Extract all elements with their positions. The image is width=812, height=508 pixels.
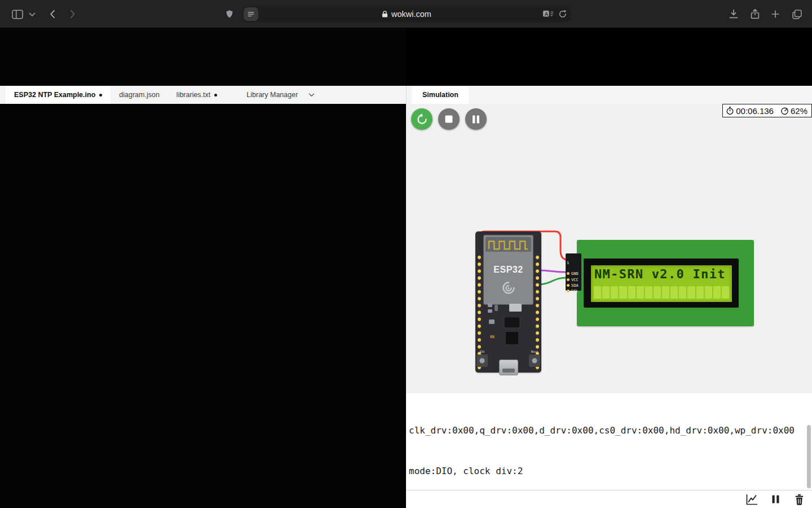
tab-simulation[interactable]: Simulation xyxy=(412,86,469,104)
sda-pin-label: SDA xyxy=(571,284,579,288)
tabs-icon xyxy=(791,8,803,20)
resistor-component xyxy=(490,335,495,338)
lcd-cell xyxy=(602,286,610,299)
scl-pin[interactable] xyxy=(567,290,570,292)
esp32-label: ESP32 xyxy=(484,265,533,275)
i2c-backpack: 1 GND VCC SDA SCL xyxy=(566,253,581,291)
lcd-cell xyxy=(628,286,636,299)
tab-label: Library Manager xyxy=(246,91,298,99)
gnd-pin-label: GND xyxy=(571,272,579,276)
wire-purple[interactable] xyxy=(538,270,567,272)
serial-line: clk_drv:0x00,q_drv:0x00,d_drv:0x00,cs0_d… xyxy=(409,424,812,437)
lcd1602-display[interactable]: 1 GND VCC SDA SCL NM-SRN v2.0 Init xyxy=(566,240,754,326)
reader-button[interactable] xyxy=(244,7,258,21)
tab-esp32-ntp-example-ino[interactable]: ESP32 NTP Example.ino xyxy=(6,86,111,104)
lcd-cell xyxy=(645,286,652,299)
stop-button[interactable] xyxy=(438,108,460,130)
browser-toolbar: wokwi.com A xyxy=(0,0,812,28)
lcd-cell xyxy=(679,286,686,299)
lcd-cell xyxy=(654,286,661,299)
serial-line: mode:DIO, clock div:2 xyxy=(409,465,812,478)
serial-scrollbar[interactable] xyxy=(807,425,811,488)
en-button[interactable] xyxy=(476,354,488,367)
wire-green[interactable] xyxy=(538,278,567,284)
serial-toolbar xyxy=(406,490,812,508)
lock-icon xyxy=(382,10,388,18)
unsaved-dot xyxy=(214,94,217,97)
new-tab-button[interactable] xyxy=(768,7,783,21)
lcd-text-line1: NM-SRN v2.0 Init xyxy=(594,267,726,281)
downloads-button[interactable] xyxy=(726,7,741,21)
boot-button-label: Boot xyxy=(528,350,541,353)
serial-monitor[interactable]: clk_drv:0x00,q_drv:0x00,d_drv:0x00,cs0_d… xyxy=(406,393,812,490)
address-bar[interactable]: wokwi.com A xyxy=(242,6,571,22)
vcc-pin[interactable] xyxy=(567,278,570,281)
regulator-chip xyxy=(506,332,518,344)
share-icon xyxy=(749,7,761,21)
back-button[interactable] xyxy=(46,7,60,21)
tab-library-manager[interactable]: Library Manager xyxy=(238,86,323,104)
stopwatch-icon xyxy=(726,106,734,115)
translate-button[interactable]: A xyxy=(542,10,554,19)
reload-button[interactable] xyxy=(558,10,567,19)
vcc-pin-label: VCC xyxy=(571,278,579,282)
forward-chevron-icon xyxy=(67,8,78,20)
usb-connector xyxy=(499,360,518,375)
privacy-shield-button[interactable] xyxy=(223,8,236,20)
code-editor[interactable] xyxy=(0,104,406,508)
boot-button[interactable] xyxy=(529,354,540,367)
pause-icon xyxy=(771,494,780,504)
shield-icon xyxy=(224,8,235,20)
plot-button[interactable] xyxy=(745,493,758,506)
tab-diagram-json[interactable]: diagram.json xyxy=(111,86,168,104)
esp32-right-pin-header xyxy=(534,254,541,371)
simulation-pane: Simulation 00:06.136 62% xyxy=(406,28,812,508)
tab-label: libraries.txt xyxy=(176,91,210,99)
editor-tabbar: ESP32 NTP Example.ino diagram.json libra… xyxy=(0,86,406,104)
stop-icon xyxy=(445,115,453,123)
line-chart-icon xyxy=(745,493,758,506)
simulation-status: 00:06.136 62% xyxy=(722,104,812,117)
translate-icon: A xyxy=(542,10,554,19)
esp32-board[interactable]: ESP32 EN Boot xyxy=(475,231,541,373)
serial-output: clk_drv:0x00,q_drv:0x00,d_drv:0x00,cs0_d… xyxy=(406,393,812,490)
lcd-cell xyxy=(687,286,695,299)
sda-pin[interactable] xyxy=(567,284,570,287)
chevron-down-icon xyxy=(29,12,36,17)
capacitor-component xyxy=(488,304,492,307)
sidebar-toggle-button[interactable] xyxy=(10,8,25,20)
espressif-logo-icon xyxy=(501,281,516,295)
sidebar-chevron-button[interactable] xyxy=(28,12,36,17)
unsaved-dot xyxy=(99,94,102,97)
clear-serial-button[interactable] xyxy=(792,493,806,506)
lcd-bezel: NM-SRN v2.0 Init xyxy=(584,259,739,308)
forward-button[interactable] xyxy=(65,7,79,21)
resistor-component xyxy=(489,319,495,324)
pause-icon xyxy=(472,115,480,124)
share-button[interactable] xyxy=(748,7,762,21)
trash-icon xyxy=(794,494,805,505)
tab-label: ESP32 NTP Example.ino xyxy=(14,91,95,99)
lcd-screen: NM-SRN v2.0 Init xyxy=(591,265,732,302)
lcd-cell xyxy=(713,286,721,299)
pause-button[interactable] xyxy=(465,108,487,130)
restart-icon xyxy=(416,113,428,125)
pin1-marker: 1 xyxy=(567,261,569,265)
back-chevron-icon xyxy=(47,8,59,20)
button-cap xyxy=(480,358,485,364)
gnd-pin[interactable] xyxy=(567,272,570,275)
chevron-down-icon xyxy=(308,93,315,97)
lcd-cell xyxy=(722,286,729,299)
reload-icon xyxy=(558,10,567,19)
en-button-label: EN xyxy=(476,350,488,353)
tab-libraries-txt[interactable]: libraries.txt xyxy=(168,86,226,104)
page-icon xyxy=(246,10,255,19)
scl-pin-label: SCL xyxy=(571,290,579,294)
lcd-cell xyxy=(670,286,678,299)
restart-button[interactable] xyxy=(411,108,433,130)
pause-serial-button[interactable] xyxy=(769,493,782,506)
tab-overview-button[interactable] xyxy=(789,7,804,21)
simulation-canvas[interactable]: 00:06.136 62% ESP32 xyxy=(406,104,812,393)
lcd-cell xyxy=(594,286,601,299)
url-display: wokwi.com xyxy=(242,10,571,19)
